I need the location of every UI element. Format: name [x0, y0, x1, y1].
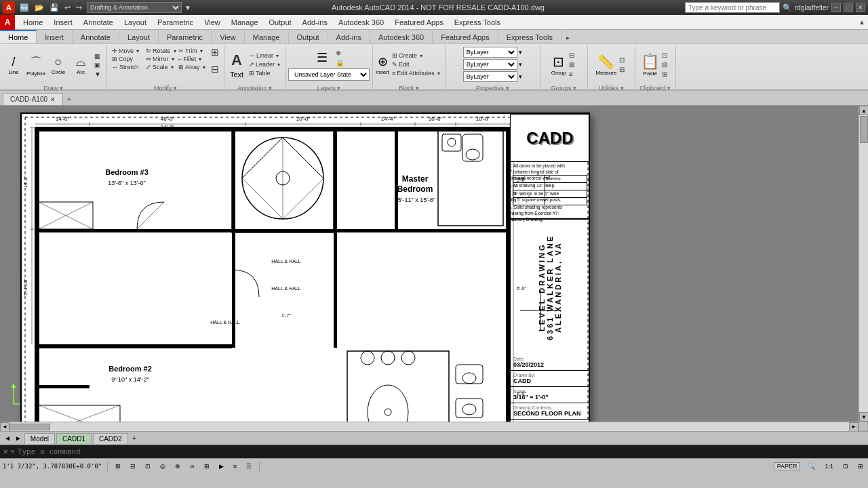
ortho-button[interactable]: ⊡	[143, 463, 153, 470]
close-tab-1[interactable]: ✕	[50, 96, 56, 103]
tab-addins[interactable]: Add-ins	[328, 31, 370, 43]
menu-annotate[interactable]: Annotate	[78, 17, 119, 28]
utilities-more-2[interactable]: ⊟	[617, 65, 627, 74]
tool-mirror[interactable]: ⇔ Mirror ▾	[144, 55, 176, 63]
menu-featured[interactable]: Featured Apps	[389, 17, 449, 28]
grid-button[interactable]: ⊟	[128, 463, 138, 470]
group-more-1[interactable]: ⊟	[567, 51, 576, 60]
tab-parametric[interactable]: Parametric	[159, 31, 212, 43]
tool-table[interactable]: ⊞ Table	[247, 69, 282, 77]
tool-measure[interactable]: 📏 Measure	[595, 54, 616, 76]
tab-output[interactable]: Output	[289, 31, 328, 43]
lineweight-dropdown-arrow[interactable]: ▾	[519, 73, 522, 80]
layer-lock-button[interactable]: 🔒	[334, 58, 346, 67]
tool-copy[interactable]: ⊞ Copy	[110, 55, 144, 63]
color-selector[interactable]: ByLayer	[463, 47, 517, 58]
tool-line[interactable]: / Line	[3, 54, 24, 77]
tool-array[interactable]: ⊞ Array ▾	[176, 63, 208, 71]
horizontal-scrollbar[interactable]: ◄ ►	[0, 422, 859, 431]
tool-hatch[interactable]: ▦	[92, 52, 104, 60]
lweight-button[interactable]: ≡	[231, 463, 239, 470]
new-icon[interactable]: 🆕	[18, 3, 31, 13]
group-more-2[interactable]: ⊞	[567, 60, 576, 69]
ribbon-minimize-icon[interactable]: ▲	[859, 18, 865, 26]
osnap-button[interactable]: ⊕	[173, 463, 182, 470]
save-icon[interactable]: 💾	[47, 3, 61, 13]
tab-cadd2[interactable]: CADD2	[93, 433, 128, 444]
tool-edit-attributes[interactable]: ≡ Edit Attributes ▾	[390, 69, 442, 77]
menu-addins[interactable]: Add-ins	[297, 17, 333, 28]
extras-icon[interactable]: ▸	[564, 32, 572, 43]
cmd-chevron[interactable]: ≡	[11, 448, 15, 455]
undo-icon[interactable]: ↩	[62, 3, 73, 13]
menu-layout[interactable]: Layout	[119, 17, 152, 28]
tool-create-block[interactable]: ⊞ Create ▾	[390, 52, 442, 60]
tab-autodesk360[interactable]: Autodesk 360	[370, 31, 433, 43]
tool-edit-block[interactable]: ✎ Edit	[390, 60, 442, 68]
tool-more-draw[interactable]: ▼	[92, 70, 104, 79]
tab-model[interactable]: Model	[24, 433, 55, 444]
app-menu-button[interactable]: A	[0, 15, 15, 30]
tool-move[interactable]: ✛ Move ▾	[110, 47, 144, 55]
command-line[interactable]: ✕ ≡	[0, 445, 868, 458]
tmodel-button[interactable]: ☰	[244, 463, 254, 470]
search-input[interactable]	[685, 2, 780, 13]
color-dropdown-arrow[interactable]: ▾	[519, 49, 522, 56]
tab-insert[interactable]: Insert	[37, 31, 73, 43]
model-paper-toggle[interactable]: PAPER	[774, 462, 801, 470]
layer-selector[interactable]: Unsaved Layer State	[288, 68, 370, 81]
menu-output[interactable]: Output	[264, 17, 297, 28]
lineweight-selector[interactable]: ByLayer	[463, 71, 517, 82]
utilities-more-1[interactable]: ⊡	[617, 56, 627, 64]
tool-gradient[interactable]: ▣	[92, 61, 104, 69]
scroll-left-button[interactable]: ◄	[0, 422, 9, 432]
dyn-button[interactable]: ▶	[217, 463, 226, 470]
group-more-3[interactable]: ≡	[567, 70, 576, 79]
nav-left[interactable]: ◄	[3, 434, 12, 442]
linetype-selector[interactable]: ByLayer	[463, 59, 517, 70]
tool-polyline[interactable]: ⌒ Polyline	[25, 53, 47, 78]
tool-circle[interactable]: ○ Circle	[47, 54, 69, 77]
tool-group[interactable]: ⊡ Group	[551, 54, 566, 76]
nav-right[interactable]: ►	[14, 434, 23, 442]
scroll-track-h[interactable]	[9, 423, 849, 431]
tool-insert-block[interactable]: ⊕	[378, 54, 388, 69]
tab-express[interactable]: Express Tools	[498, 31, 561, 43]
workspace-selector[interactable]: Drafting & Annotation	[87, 2, 182, 13]
tab-cadd1[interactable]: CADD1	[56, 433, 92, 444]
tool-scale[interactable]: ⤢ Scale ▾	[144, 63, 176, 71]
tool-fillet[interactable]: ⌐ Fillet ▾	[176, 55, 208, 63]
tab-layout[interactable]: Layout	[119, 31, 159, 43]
menu-autodesk360[interactable]: Autodesk 360	[333, 17, 389, 28]
cmd-cancel[interactable]: ✕	[3, 448, 8, 455]
snap-button[interactable]: ⊞	[113, 463, 123, 470]
scroll-thumb-h[interactable]	[9, 424, 50, 430]
layer-freeze-button[interactable]: ❄	[334, 49, 346, 58]
annotation-scale[interactable]: ⊡	[841, 463, 850, 470]
tool-linear-dim[interactable]: ↔ Linear ▾	[247, 52, 282, 60]
add-layout[interactable]: +	[130, 433, 139, 443]
close-button[interactable]: ✕	[856, 3, 865, 12]
clipboard-more-2[interactable]: ⊟	[660, 60, 669, 69]
otrack-button[interactable]: ∞	[188, 463, 196, 470]
search-button[interactable]: 🔍	[783, 3, 792, 12]
zoom-realtime[interactable]: 🔍	[806, 463, 817, 470]
tab-manage[interactable]: Manage	[245, 31, 289, 43]
modify-expand[interactable]: ⊞	[209, 47, 221, 58]
tool-trim[interactable]: ✂ Trim ▾	[176, 47, 208, 55]
new-tab-button[interactable]: +	[63, 94, 75, 105]
scroll-up-button[interactable]: ▲	[859, 106, 868, 115]
tab-view[interactable]: View	[212, 31, 245, 43]
command-input[interactable]	[18, 447, 865, 456]
linetype-dropdown-arrow[interactable]: ▾	[519, 61, 522, 68]
dynucs-button[interactable]: ⊞	[202, 463, 212, 470]
workspace-status[interactable]: ⊞	[856, 463, 865, 470]
menu-view[interactable]: View	[199, 17, 226, 28]
scroll-thumb-v[interactable]	[860, 116, 868, 143]
tab-home[interactable]: Home	[0, 30, 37, 43]
scroll-down-button[interactable]: ▼	[859, 412, 868, 422]
menu-manage[interactable]: Manage	[226, 17, 264, 28]
redo-icon[interactable]: ↪	[74, 3, 84, 13]
workspace-dropdown[interactable]: ▼	[184, 4, 191, 12]
tool-paste[interactable]: 📋 Paste	[641, 53, 659, 77]
